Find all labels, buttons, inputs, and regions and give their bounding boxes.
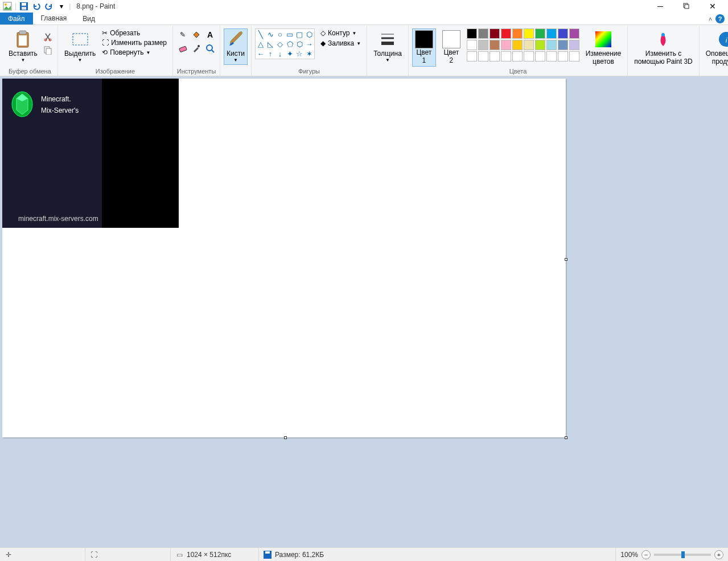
svg-rect-14 [73,34,88,45]
select-button[interactable]: Выделить ▼ [61,28,98,65]
resize-handle-s[interactable] [284,436,287,439]
qat-customize-icon[interactable]: ▾ [56,1,67,11]
zoom-out-button[interactable]: − [641,550,651,559]
palette-swatch[interactable] [512,28,523,39]
paste-button[interactable]: Вставить ▼ [6,28,40,65]
palette-swatch[interactable] [569,40,579,50]
close-button[interactable]: ✕ [700,0,726,13]
tab-view[interactable]: Вид [75,13,103,24]
resize-handle-e[interactable] [565,258,567,261]
svg-rect-4 [22,7,26,10]
shape-rtriangle[interactable]: ◺ [266,40,274,48]
palette-swatch[interactable] [467,40,477,50]
fill-button[interactable]: ◆Заливка ▼ [318,39,363,48]
shape-star6[interactable]: ✶ [305,50,313,58]
palette-swatch[interactable] [501,28,511,39]
palette-swatch[interactable] [546,28,557,39]
shape-arrow-l[interactable]: ← [257,50,265,58]
palette-swatch[interactable] [524,40,534,50]
palette-swatch[interactable] [524,28,534,39]
shape-oval[interactable]: ○ [276,30,284,38]
size-button[interactable]: Толщина ▼ [371,28,405,65]
tab-home[interactable]: Главная [33,13,75,24]
app-icon[interactable] [2,1,13,11]
bucket-tool[interactable] [190,28,203,41]
maximize-button[interactable] [673,0,700,13]
zoom-in-button[interactable]: + [714,550,723,559]
palette-swatch[interactable] [535,40,545,50]
magnifier-tool[interactable] [204,42,216,55]
shape-roundrect[interactable]: ▢ [295,30,303,38]
minimize-button[interactable]: ─ [647,0,673,13]
tab-file[interactable]: Файл [0,13,33,24]
resize-handle-se[interactable] [565,436,567,439]
palette-swatch[interactable] [512,40,523,50]
palette-custom-swatch[interactable] [535,51,545,62]
palette-swatch[interactable] [569,28,579,39]
titlebar: | ▾ | 8.png - Paint ─ ✕ [0,0,728,13]
paint3d-button[interactable]: Изменить с помощью Paint 3D [631,28,696,68]
color1-button[interactable]: Цвет 1 [412,28,436,67]
save-icon[interactable] [19,1,29,11]
copy-button[interactable] [42,44,54,56]
shape-pentagon[interactable]: ⬠ [286,40,294,48]
cut-button[interactable] [42,31,54,43]
pencil-tool[interactable]: ✎ [176,28,189,41]
shape-arrow-d[interactable]: ↓ [276,50,284,58]
shape-line[interactable]: ╲ [257,30,265,38]
rotate-button[interactable]: ⟲Повернуть ▼ [100,48,169,57]
crop-button[interactable]: ✂Обрезать [100,28,169,38]
text-tool[interactable]: A [204,28,216,41]
palette-custom-swatch[interactable] [524,51,534,62]
shape-gallery[interactable]: ╲ ∿ ○ ▭ ▢ ⬡ △ ◺ ◇ ⬠ ⬡ → ← ↑ ↓ ✦ ☆ [255,28,315,59]
palette-swatch[interactable] [490,40,500,50]
workspace[interactable]: Minecraft. Mix-Server's minecraft.mix-se… [0,76,728,547]
redo-icon[interactable] [44,1,54,11]
palette-swatch[interactable] [490,28,500,39]
palette-custom-swatch[interactable] [569,51,579,62]
brushes-button[interactable]: Кисти ▼ [224,28,248,65]
ribbon-collapse-icon[interactable]: ʌ [709,15,712,22]
palette-swatch[interactable] [535,28,545,39]
palette-custom-swatch[interactable] [467,51,477,62]
palette-custom-swatch[interactable] [558,51,568,62]
resize-button[interactable]: ⛶Изменить размер [100,38,169,47]
shape-arrow-r[interactable]: → [305,40,313,48]
zoom-level: 100% [620,551,638,559]
eraser-tool[interactable] [176,42,189,55]
size-icon [379,30,397,48]
palette-custom-swatch[interactable] [512,51,523,62]
shape-star4[interactable]: ✦ [286,50,294,58]
canvas[interactable]: Minecraft. Mix-Server's minecraft.mix-se… [2,79,566,437]
palette-swatch[interactable] [558,40,568,50]
shape-curve[interactable]: ∿ [266,30,274,38]
palette-swatch[interactable] [467,28,477,39]
shape-diamond[interactable]: ◇ [276,40,284,48]
palette-swatch[interactable] [501,40,511,50]
outline-icon: ◇ [320,29,326,37]
palette-swatch[interactable] [478,28,488,39]
color2-button[interactable]: Цвет 2 [439,28,463,67]
picker-tool[interactable] [190,42,203,55]
palette-swatch[interactable] [546,40,557,50]
shape-star5[interactable]: ☆ [295,50,303,58]
outline-button[interactable]: ◇Контур ▼ [318,28,363,38]
palette-custom-swatch[interactable] [501,51,511,62]
shape-arrow-u[interactable]: ↑ [266,50,274,58]
product-alert-button[interactable]: i Оповещение продукта [703,28,728,68]
palette-custom-swatch[interactable] [546,51,557,62]
palette-custom-swatch[interactable] [478,51,488,62]
svg-text:i: i [725,36,727,44]
resize-icon: ⛶ [102,39,109,47]
undo-icon[interactable] [31,1,42,11]
edit-colors-button[interactable]: Изменение цветов [583,28,624,68]
help-icon[interactable]: ? [715,14,725,23]
shape-triangle[interactable]: △ [257,40,265,48]
zoom-slider[interactable] [654,554,711,556]
shape-hexagon[interactable]: ⬡ [295,40,303,48]
shape-rect[interactable]: ▭ [286,30,294,38]
palette-swatch[interactable] [558,28,568,39]
palette-custom-swatch[interactable] [490,51,500,62]
shape-polygon[interactable]: ⬡ [305,30,313,38]
palette-swatch[interactable] [478,40,488,50]
